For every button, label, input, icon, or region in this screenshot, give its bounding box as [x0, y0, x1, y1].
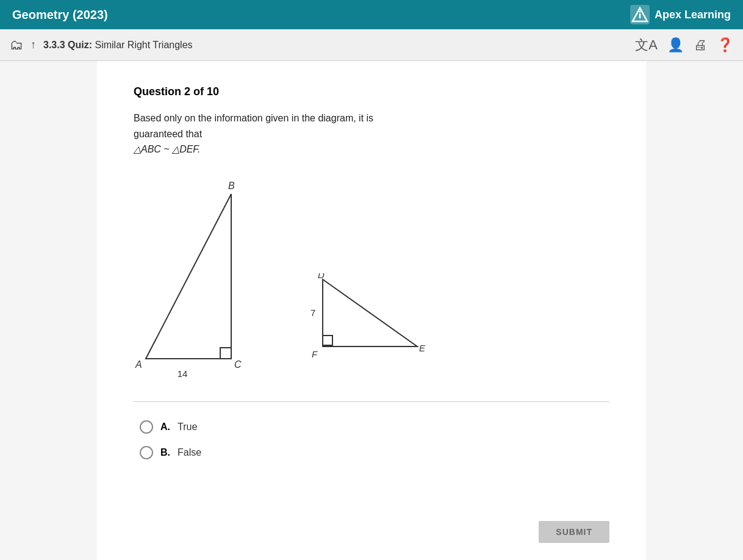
toolbar-right: 文A 👤 🖨 ❓: [635, 36, 733, 54]
toolbar-left: 🗂 ↑ 3.3.3 Quiz: Similar Right Triangles: [10, 37, 193, 53]
quiz-section: 3.3.3: [43, 40, 65, 50]
label-b: B: [228, 181, 235, 191]
apex-logo-icon: [630, 5, 650, 24]
submit-container: SUBMIT: [539, 521, 609, 543]
question-header: Question 2 of 10: [134, 85, 609, 98]
help-icon[interactable]: ❓: [717, 37, 733, 53]
label-c: C: [234, 359, 242, 370]
svg-marker-4: [146, 194, 231, 359]
answer-option-a[interactable]: A. True: [140, 420, 609, 434]
section-divider: [134, 401, 609, 402]
answer-letter-b: B.: [160, 447, 170, 458]
nav-up-icon[interactable]: ↑: [31, 38, 36, 51]
answer-text-b: False: [178, 447, 201, 458]
answer-letter-a: A.: [160, 422, 170, 433]
label-e: E: [419, 343, 426, 353]
question-text-line2: guaranteed that: [134, 129, 202, 139]
svg-point-3: [639, 11, 641, 13]
quiz-type: Quiz:: [68, 40, 92, 50]
label-a: A: [135, 359, 142, 370]
triangle-def-svg: D E F 7: [304, 273, 426, 383]
quiz-name: Similar Right Triangles: [95, 40, 193, 50]
def-side-length: 7: [310, 307, 315, 318]
page-title: Geometry (2023): [12, 8, 108, 22]
svg-rect-7: [323, 336, 332, 345]
svg-rect-5: [220, 348, 231, 359]
top-header: Geometry (2023) Apex Learning: [0, 0, 743, 29]
apex-logo: Apex Learning: [630, 5, 731, 24]
label-d: D: [318, 273, 325, 280]
briefcase-icon[interactable]: 🗂: [10, 37, 23, 53]
quiz-label: 3.3.3 Quiz: Similar Right Triangles: [43, 40, 193, 51]
radio-b[interactable]: [140, 446, 153, 459]
diagram-area: B A C 14 D E F 7: [134, 176, 609, 383]
translate-icon[interactable]: 文A: [635, 36, 658, 54]
radio-a[interactable]: [140, 420, 153, 434]
answer-choices: A. True B. False: [134, 420, 609, 459]
abc-bottom-length: 14: [178, 368, 188, 379]
accessibility-icon[interactable]: 👤: [667, 37, 684, 53]
apex-label: Apex Learning: [655, 9, 731, 21]
question-text-line1: Based only on the information given in t…: [134, 113, 373, 123]
question-text: Based only on the information given in t…: [134, 110, 609, 157]
triangle-abc-svg: B A C 14: [134, 176, 268, 383]
submit-button[interactable]: SUBMIT: [539, 521, 609, 543]
print-icon[interactable]: 🖨: [694, 37, 707, 53]
answer-text-a: True: [178, 422, 197, 433]
svg-marker-6: [323, 279, 417, 346]
main-content: Question 2 of 10 Based only on the infor…: [97, 61, 646, 560]
label-f: F: [312, 349, 318, 359]
answer-option-b[interactable]: B. False: [140, 446, 609, 459]
toolbar: 🗂 ↑ 3.3.3 Quiz: Similar Right Triangles …: [0, 29, 743, 61]
question-text-line3: △ABC ~ △DEF.: [134, 144, 201, 154]
